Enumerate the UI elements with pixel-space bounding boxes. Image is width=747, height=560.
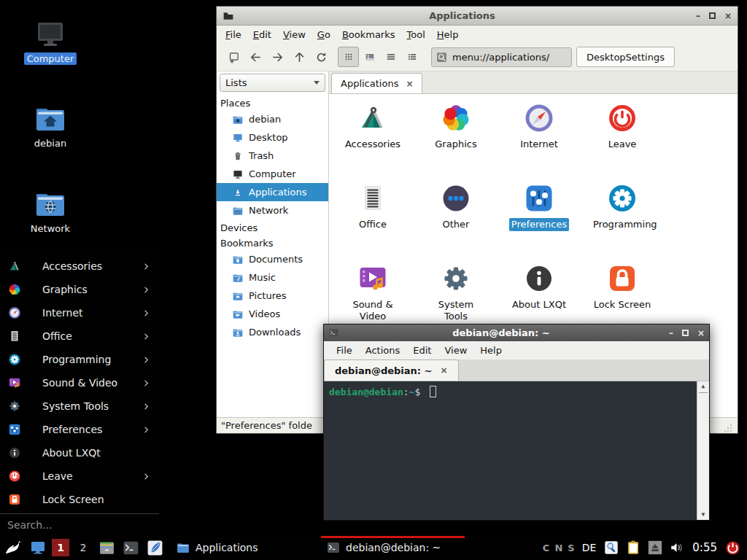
compact-view-button[interactable] [380,47,401,67]
new-tab-button[interactable] [222,47,244,67]
place-item-applications[interactable]: Applications [217,183,328,201]
workspace-1[interactable]: 1 [52,539,69,556]
place-item-documents[interactable]: Documents [217,250,328,268]
launcher-pcmanfm[interactable] [98,539,116,557]
fm-toolbar: menu://applications/ DesktopSettings [217,43,738,71]
fm-tab-applications[interactable]: Applications × [331,73,422,93]
chevron-right-icon [142,356,150,364]
menu-item-lock-screen[interactable]: Lock Screen [0,488,159,511]
place-item-music[interactable]: Music [217,268,328,287]
menu-item-accessories[interactable]: Accessories [0,254,159,278]
clipboard-icon[interactable] [625,540,641,556]
close-button[interactable]: × [697,329,705,338]
terminal-titlebar[interactable]: debian@debian: ~ – × [324,324,709,341]
kbd-indicator-c: C [543,542,550,553]
scroll-down-icon[interactable]: ▼ [702,510,705,519]
menu-item-system-tools[interactable]: System Tools [0,394,159,418]
place-item-desktop[interactable]: Desktop [217,128,328,147]
forward-button[interactable] [266,47,288,67]
app-accessories[interactable]: Accessories [331,101,414,181]
fm-menu-tool[interactable]: Tool [401,28,431,42]
terminal-body[interactable]: debian@debian:~$ ▲ ▼ [324,381,709,520]
menu-item-about-lxqt[interactable]: About LXQt [0,441,159,464]
desktop-icon-computer[interactable]: Computer [20,16,81,65]
fm-menu-help[interactable]: Help [431,28,465,42]
back-button[interactable] [244,47,266,67]
menu-item-office[interactable]: Office [0,324,159,348]
place-item-debian[interactable]: debian [217,110,328,128]
fm-menu-bookmarks[interactable]: Bookmarks [336,28,401,42]
terminal-window-icon [328,327,339,338]
about-icon [522,261,557,296]
menu-item-preferences[interactable]: Preferences [0,418,159,441]
app-preferences[interactable]: Preferences [498,181,581,261]
app-internet[interactable]: Internet [498,101,581,181]
terminal-menu-actions[interactable]: Actions [359,343,407,357]
place-item-pictures[interactable]: Pictures [217,287,328,305]
resize-grip-icon[interactable] [723,423,733,433]
fm-menu-edit[interactable]: Edit [247,28,277,42]
place-item-computer[interactable]: Computer [217,165,328,183]
task-debian-debian[interactable]: debian@debian: ~ [321,535,465,560]
launcher-featherpad[interactable] [146,539,164,557]
keyboard-layout[interactable]: DE [582,542,597,553]
place-item-label: Pictures [249,290,286,301]
scroll-up-icon[interactable]: ▲ [702,382,705,391]
app-other[interactable]: Other [414,181,498,261]
terminal-tab[interactable]: debian@debian: ~ × [324,359,459,381]
icon-view-button[interactable] [338,47,359,67]
scrollbar-thumb[interactable] [699,392,708,393]
desktop-settings-button[interactable]: DesktopSettings [576,47,675,67]
minimize-button[interactable]: – [669,329,673,338]
terminal-menu-help[interactable]: Help [473,343,508,357]
detailed-view-button[interactable] [401,47,422,67]
close-icon[interactable]: × [440,365,447,376]
prompt-symbol: $ [414,386,426,397]
show-desktop-button[interactable] [29,539,47,556]
place-item-downloads[interactable]: Downloads [217,323,328,341]
menu-item-graphics[interactable]: Graphics [0,278,159,301]
chevron-right-icon [142,262,150,271]
desktop-icon-debian[interactable]: debian [20,101,81,149]
menu-search-input[interactable]: Search... [0,513,159,535]
sidebar-mode-combo[interactable]: Lists [220,74,325,92]
maximize-button[interactable] [709,12,716,19]
close-button[interactable]: × [724,12,732,20]
place-item-videos[interactable]: Videos [217,305,328,323]
menu-item-leave[interactable]: Leave [0,464,159,488]
place-item-trash[interactable]: Trash [217,147,328,165]
terminal-scrollbar[interactable]: ▲ ▼ [697,381,709,520]
up-button[interactable] [288,47,310,67]
maximize-button[interactable] [682,330,689,336]
menu-item-internet[interactable]: Internet [0,301,159,324]
terminal-menu-file[interactable]: File [330,343,359,357]
clock[interactable]: 0:55 [692,541,717,554]
terminal-menu-view[interactable]: View [438,343,473,357]
app-graphics[interactable]: Graphics [414,101,498,181]
launcher-terminal[interactable] [122,539,140,557]
menu-item-sound-video[interactable]: Sound & Video [0,371,159,394]
address-bar[interactable]: menu://applications/ [431,47,572,67]
place-item-network[interactable]: Network [217,201,328,219]
reload-button[interactable] [310,47,332,67]
fm-menu-go[interactable]: Go [311,28,336,42]
task-applications[interactable]: Applications [171,535,314,560]
screenshot-tool-icon[interactable] [603,540,619,556]
menu-item-programming[interactable]: Programming [0,348,159,371]
fm-menu-view[interactable]: View [277,28,311,42]
fm-menu-file[interactable]: File [220,28,247,42]
desktop-icon-network[interactable]: Network [20,186,81,235]
fm-titlebar[interactable]: Applications – × [217,7,738,26]
minimize-button[interactable]: – [696,12,700,20]
thumbnail-view-button[interactable] [359,47,380,67]
app-programming[interactable]: Programming [581,181,664,261]
close-icon[interactable]: × [406,79,413,89]
volume-icon[interactable] [669,540,685,556]
terminal-menu-edit[interactable]: Edit [406,343,438,357]
app-leave[interactable]: Leave [581,101,664,181]
power-button[interactable] [724,540,741,556]
app-office[interactable]: Office [331,181,414,261]
start-menu-button[interactable] [4,537,24,558]
workspace-2[interactable]: 2 [74,539,92,556]
eject-icon[interactable] [647,540,663,556]
